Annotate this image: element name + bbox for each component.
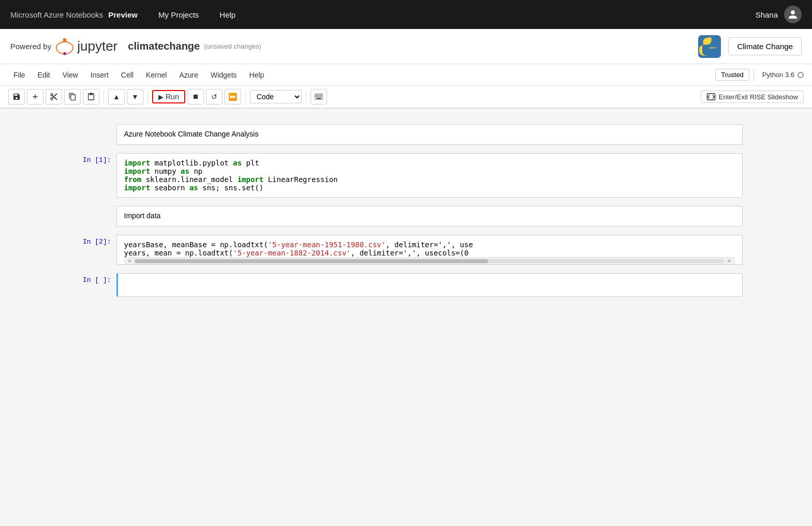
notebook-area: Azure Notebook Climate Change Analysis I…: [0, 109, 812, 471]
username: Shana: [756, 10, 778, 19]
save-button[interactable]: [8, 89, 25, 104]
svg-rect-5: [194, 95, 198, 99]
cell-3-label: In [2]:: [70, 235, 116, 246]
toolbar: ▲ ▼ ▶ Run ↺ ⏩ Code Enter/Exit RISE Slide…: [0, 86, 812, 109]
cell-1-label: In [1]:: [70, 153, 116, 164]
divider: [754, 69, 754, 81]
unsaved-label: (unsaved changes): [204, 42, 261, 50]
separator-3: [245, 90, 246, 103]
user-section: Shana: [756, 6, 802, 23]
restart-button[interactable]: ↺: [206, 89, 223, 104]
climate-change-button[interactable]: Climate Change: [728, 37, 802, 55]
cell-type-select[interactable]: Code: [250, 90, 302, 103]
cell-0-content[interactable]: Azure Notebook Climate Change Analysis: [116, 124, 743, 145]
jupyter-text: jupyter: [77, 38, 117, 54]
cut-button[interactable]: [46, 89, 62, 104]
svg-rect-15: [319, 96, 320, 97]
menu-help[interactable]: Help: [244, 69, 270, 81]
scroll-left-arrow[interactable]: <: [128, 258, 132, 264]
menu-insert[interactable]: Insert: [85, 69, 114, 81]
menu-edit[interactable]: Edit: [33, 69, 55, 81]
svg-rect-9: [318, 95, 319, 96]
svg-rect-14: [318, 96, 319, 97]
svg-rect-13: [317, 96, 318, 97]
add-cell-button[interactable]: [27, 89, 43, 104]
move-down-button[interactable]: ▼: [127, 89, 143, 104]
menu-file[interactable]: File: [8, 69, 31, 81]
run-icon: ▶: [158, 93, 164, 101]
cell-4: In [ ]:: [70, 273, 743, 297]
scroll-right-arrow[interactable]: >: [727, 258, 731, 264]
run-label: Run: [166, 93, 179, 101]
trusted-button[interactable]: Trusted: [715, 69, 749, 81]
cell-3-wrapper: yearsBase, meanBase = np.loadtxt('5-year…: [116, 235, 743, 265]
copy-button[interactable]: [64, 89, 81, 104]
paste-button[interactable]: [83, 89, 99, 104]
cell-4-content[interactable]: [116, 273, 743, 297]
menu-widgets[interactable]: Widgets: [205, 69, 242, 81]
horizontal-scrollbar[interactable]: < >: [124, 257, 735, 264]
python-icon: [698, 35, 721, 58]
menu-bar: File Edit View Insert Cell Kernel Azure …: [0, 64, 812, 86]
cell-2-content[interactable]: Import data: [116, 206, 743, 227]
move-up-button[interactable]: ▲: [108, 89, 125, 104]
svg-point-3: [705, 40, 707, 42]
menu-view[interactable]: View: [57, 69, 83, 81]
svg-point-1: [63, 52, 66, 55]
brand-name: Microsoft Azure Notebooks: [10, 10, 103, 19]
menu-kernel[interactable]: Kernel: [141, 69, 172, 81]
menu-cell[interactable]: Cell: [116, 69, 139, 81]
cell-2: Import data: [70, 206, 743, 227]
jupyter-icon: [55, 37, 74, 56]
cell-0-label: [70, 124, 116, 127]
separator-1: [104, 90, 104, 103]
cell-2-label: [70, 206, 116, 209]
svg-point-4: [712, 51, 714, 53]
keyboard-button[interactable]: [311, 89, 327, 104]
scroll-thumb: [135, 259, 488, 263]
svg-rect-12: [315, 96, 316, 97]
help-link[interactable]: Help: [219, 10, 235, 19]
jupyter-logo: jupyter: [55, 37, 117, 56]
rise-label: Enter/Exit RISE Slideshow: [719, 93, 798, 101]
scroll-track[interactable]: [135, 259, 724, 263]
run-button[interactable]: ▶ Run: [152, 90, 185, 103]
rise-button[interactable]: Enter/Exit RISE Slideshow: [701, 91, 804, 103]
cell-1-content[interactable]: import matplotlib.pyplot as plt import n…: [116, 153, 743, 198]
svg-rect-8: [317, 95, 318, 96]
restart-run-button[interactable]: ⏩: [225, 89, 241, 104]
notebook-name: climatechange: [128, 40, 200, 52]
powered-by-label: Powered by: [10, 42, 51, 51]
kernel-status-circle: [798, 72, 804, 78]
nav-links: My Projects Help: [158, 10, 235, 19]
preview-label: Preview: [108, 10, 138, 19]
cell-3-content[interactable]: yearsBase, meanBase = np.loadtxt('5-year…: [116, 235, 743, 265]
top-navbar: Microsoft Azure Notebooks Preview My Pro…: [0, 0, 812, 29]
cell-3: In [2]: yearsBase, meanBase = np.loadtxt…: [70, 235, 743, 265]
cell-4-label: In [ ]:: [70, 273, 116, 284]
cell-0: Azure Notebook Climate Change Analysis: [70, 124, 743, 145]
svg-rect-10: [319, 95, 320, 96]
svg-rect-16: [321, 96, 322, 97]
svg-rect-7: [315, 95, 316, 96]
kernel-name: Python 3.6: [762, 71, 794, 79]
menu-azure[interactable]: Azure: [174, 69, 203, 81]
svg-rect-11: [321, 95, 322, 96]
my-projects-link[interactable]: My Projects: [158, 10, 199, 19]
avatar[interactable]: [784, 6, 802, 23]
separator-2: [147, 90, 148, 103]
svg-rect-17: [316, 98, 321, 99]
stop-button[interactable]: [187, 89, 204, 104]
separator-4: [306, 90, 306, 103]
jupyter-bar: Powered by jupyter climatechange (unsave…: [0, 29, 812, 64]
cell-1: In [1]: import matplotlib.pyplot as plt …: [70, 153, 743, 198]
kernel-info: Python 3.6: [762, 71, 804, 79]
svg-point-0: [63, 38, 67, 41]
